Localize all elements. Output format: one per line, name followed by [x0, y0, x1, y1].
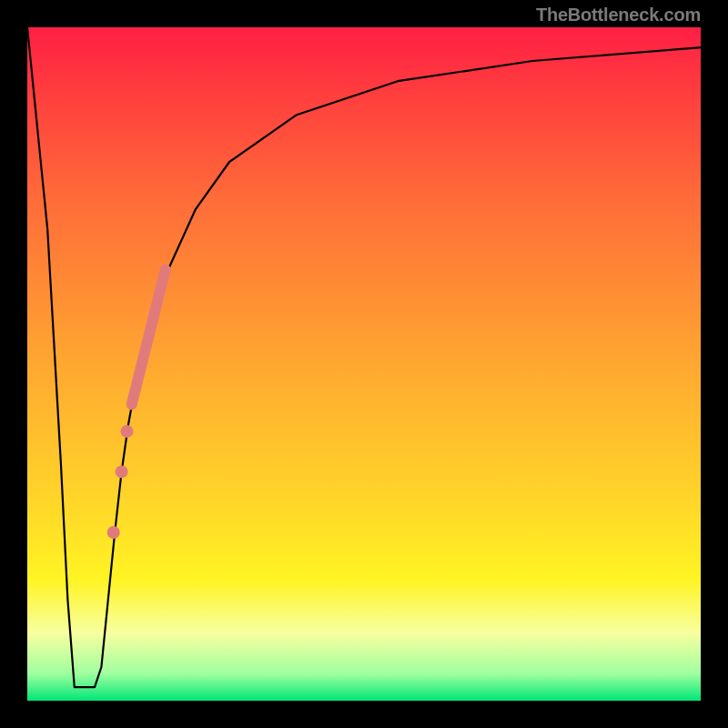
- chart-svg: [27, 27, 701, 701]
- dot-2: [116, 465, 128, 478]
- dot-3: [107, 526, 120, 539]
- plot-area: [27, 27, 701, 701]
- chart-frame: TheBottleneck.com: [0, 0, 728, 728]
- dot-1: [121, 425, 134, 438]
- highlight-segment: [132, 269, 166, 404]
- watermark-label: TheBottleneck.com: [536, 5, 701, 27]
- bottleneck-curve: [27, 27, 701, 687]
